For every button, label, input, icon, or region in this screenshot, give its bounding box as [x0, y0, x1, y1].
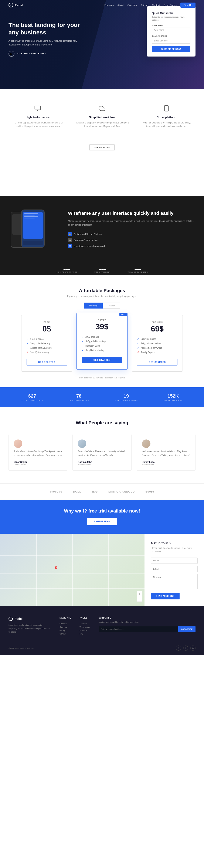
testimonial-2-role: Web Developer — [78, 463, 126, 465]
prem-feat-4: ✗Priority Support — [137, 350, 177, 354]
feature-2-title: Simplified workflow — [75, 116, 129, 119]
free-cta-button[interactable]: GET STARTED — [27, 359, 67, 366]
feature-cross-platform: Cross platform Redel has extensions for … — [138, 100, 196, 132]
pricing-cards: FREE 0$ ✓1 GB of space ✓Safty, rollable … — [8, 315, 196, 372]
free-feat-3: ✓Access from anywhere — [27, 346, 67, 350]
facebook-icon[interactable]: f — [183, 646, 188, 651]
contact-message-input[interactable] — [151, 574, 198, 589]
phone-bar-3 — [24, 216, 38, 217]
partner-logos: procedo BOLD ING MONICA ARNOLD Score — [0, 484, 204, 500]
footer-link-faq[interactable]: FAQ — [80, 632, 90, 636]
contact-email-input[interactable] — [151, 566, 198, 572]
logo-ing: ING — [92, 490, 98, 493]
footer-subscribe-desc: Monthly updates will be delivered to you… — [98, 621, 196, 624]
pricing-premium: PREMIUM 69$ ✓Unlimited Space ✓Safty, rol… — [132, 315, 183, 372]
dark-feature-section: Wireframe any user interface quickly and… — [0, 196, 204, 264]
qs-email-input[interactable] — [152, 38, 191, 43]
footer-desc: Lorem ipsum dolor sit amet, consectetur … — [8, 623, 51, 634]
map-zoom-in[interactable]: + — [137, 591, 142, 596]
play-icon[interactable]: ▶ — [8, 51, 14, 57]
dark-feature-2: ⊞ Easy drag & drop method — [68, 237, 196, 243]
phone-bar-1 — [24, 213, 38, 214]
devices-icon — [162, 104, 171, 113]
free-feat-4: ✗Simplify the sharing — [27, 350, 67, 354]
svg-rect-0 — [35, 106, 40, 110]
prem-cta-button[interactable]: GET STARTED — [137, 359, 177, 366]
testimonial-3-role: Web Designer — [142, 463, 190, 465]
instagram-icon[interactable]: ◉ — [191, 646, 196, 651]
footer-link-overview[interactable]: Overview — [59, 625, 71, 629]
yearly-toggle[interactable]: Yearly — [103, 303, 120, 309]
stat-facebook-label: FACEBOOK LIKES — [164, 400, 183, 401]
hero-cta-label[interactable]: HOW DOES THIS WORK? — [17, 53, 46, 55]
twitter-icon[interactable]: 𝕏 — [176, 646, 181, 651]
pricing-note: Sign up for free 30 days trial – No cred… — [8, 377, 196, 379]
dark-feature-3: ☰ Everything is perfectly organized — [68, 243, 196, 249]
footer-link-features[interactable]: Features — [59, 622, 71, 625]
adv-cta-button[interactable]: GET STARTED — [82, 357, 122, 363]
contact-section: + − Get in touch Please don't hesitate t… — [0, 534, 204, 606]
testimonial-2-name: Katrina John — [78, 461, 126, 463]
logo-icon: ○ — [8, 3, 13, 7]
cta-banner: Why wait? free trial available now! SIGN… — [0, 500, 204, 534]
prem-features: ✓Unlimited Space ✓Safty, rollable backup… — [137, 337, 177, 354]
qs-name-input[interactable] — [152, 27, 191, 33]
nav-link-extra[interactable]: Extra Pages — [164, 4, 177, 6]
feature-1-title: High Performance — [11, 116, 64, 119]
feature-2-desc: Tasks are a big part of life always be p… — [75, 121, 129, 128]
testimonial-3-name: Henry Legal — [142, 461, 190, 463]
free-tier: FREE — [27, 321, 67, 323]
nav-link-contact[interactable]: Contact — [152, 4, 160, 6]
map-zoom-out[interactable]: − — [137, 596, 142, 601]
feature-1-desc: The Redel app-tested various with taken … — [11, 121, 64, 128]
drag-icon: ⊞ — [68, 238, 72, 242]
nav-link-pricing[interactable]: Pricing — [141, 4, 148, 6]
footer-logo-icon — [8, 617, 13, 621]
logo-monica: MONICA ARNOLD — [108, 490, 135, 493]
adv-price: 39$ — [82, 322, 122, 331]
hero-subtitle: A better way to present your app using f… — [8, 39, 81, 46]
feature-3-title: Cross platform — [140, 116, 193, 119]
map-placeholder: + − — [0, 534, 145, 606]
nav-link-overview[interactable]: Overview — [127, 4, 137, 6]
footer-email-input[interactable] — [98, 626, 178, 632]
qs-subscribe-button[interactable]: SUBSCRIBE NOW — [152, 46, 191, 52]
monthly-toggle[interactable]: Monthly — [84, 303, 103, 309]
contact-name-input[interactable] — [151, 558, 198, 564]
testimonial-1-name: Elgar Smith — [14, 461, 62, 463]
qs-title: Quick Subscribe — [152, 11, 191, 15]
footer-brand: Redel Lorem ipsum dolor sit amet, consec… — [8, 617, 51, 636]
pricing-title: Affordable Packages — [8, 288, 196, 293]
cta-banner-button[interactable]: SIGNUP NOW — [87, 518, 117, 525]
adv-tier: ADVCТ — [82, 319, 122, 321]
learn-more-link[interactable]: LEARN MORE — [89, 145, 115, 150]
free-price: 0$ — [27, 324, 67, 333]
prem-feat-3: ✓Access from anywhere — [137, 346, 177, 350]
footer-logo: Redel — [8, 617, 51, 621]
pricing-section: Affordable Packages If your app is premi… — [0, 275, 204, 388]
contact-send-button[interactable]: SEND MESSAGE — [151, 593, 180, 599]
footer-pages-title: PAGES — [80, 617, 90, 619]
footer-link-timeline[interactable]: Timeline — [80, 622, 90, 625]
contact-subtitle: Please don't hesitate to contact us for … — [151, 547, 198, 553]
pricing-badge: BEST — [119, 313, 127, 316]
nav-link-about[interactable]: About — [118, 4, 124, 6]
nav-logo[interactable]: ○ Redel — [8, 3, 23, 7]
nav-link-features[interactable]: Features — [104, 4, 114, 6]
footer-link-testimonials[interactable]: Testimonials — [80, 625, 90, 629]
signup-button[interactable]: Sign Up — [180, 3, 196, 8]
dark-desc: Manage complexity by breaking big projec… — [68, 219, 196, 227]
hero-section: The best landing for your any business A… — [0, 0, 204, 89]
stat-events: 19 WORLDWIDE EVENTS — [115, 393, 138, 401]
stat-documented: ▬▬▬ — [127, 268, 148, 270]
logo-bold: BOLD — [73, 490, 82, 493]
footer-link-download[interactable]: Download — [80, 629, 90, 632]
footer-logo-text: Redel — [14, 617, 23, 620]
footer-link-pricing[interactable]: Pricing — [59, 629, 71, 632]
footer-bottom: © 2017 Redel, All rights reserved. 𝕏 f ◉ — [8, 642, 196, 651]
adv-features: ✓2 GB of space ✓Safty, rollable backup ✓… — [82, 335, 122, 352]
prem-feat-2: ✓Safty, rollable backup — [137, 341, 177, 346]
footer-link-contact[interactable]: Contact — [59, 632, 71, 636]
footer-subscribe-button[interactable]: SUBSCRIBE — [178, 626, 196, 632]
dark-feature-1: 🔒 Reliable and Secure Platform — [68, 231, 196, 237]
